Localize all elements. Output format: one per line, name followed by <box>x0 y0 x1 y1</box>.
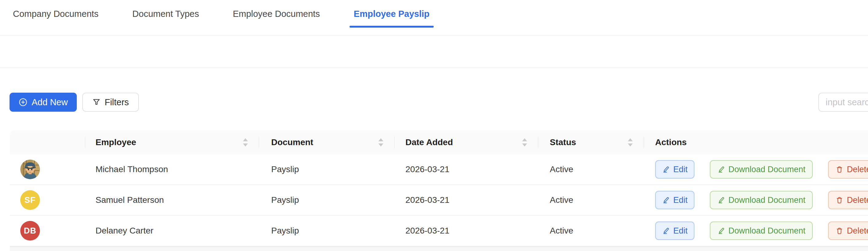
download-label: Download Document <box>728 165 806 174</box>
header-label: Actions <box>655 138 687 147</box>
table-row: SF Samuel Patterson Payslip 2026-03-21 A… <box>10 185 868 216</box>
header-cell-date-added[interactable]: Date Added <box>395 131 538 154</box>
edit-pen-icon <box>662 166 670 173</box>
delete-button[interactable]: Delete <box>828 221 868 240</box>
header-label: Document <box>271 138 313 147</box>
document-type: Payslip <box>259 226 395 236</box>
employee-avatar-initials: SF <box>20 190 40 210</box>
edit-label: Edit <box>673 226 688 236</box>
next-row-peek <box>10 246 868 251</box>
tab-document-types[interactable]: Document Types <box>128 0 203 28</box>
download-label: Download Document <box>728 226 806 236</box>
delete-label: Delete <box>847 165 868 174</box>
date-added: 2026-03-21 <box>395 165 538 174</box>
trash-icon <box>835 227 843 235</box>
edit-button[interactable]: Edit <box>655 221 694 240</box>
tab-label: Employee Payslip <box>354 9 430 19</box>
filter-funnel-icon <box>92 98 101 106</box>
date-added: 2026-03-21 <box>395 195 538 205</box>
delete-button[interactable]: Delete <box>828 191 868 209</box>
header-label: Date Added <box>405 138 453 147</box>
trash-icon <box>835 196 843 204</box>
download-document-button[interactable]: Download Document <box>710 191 813 209</box>
date-added: 2026-03-21 <box>395 226 538 236</box>
document-type: Payslip <box>259 165 395 174</box>
status-text: Active <box>538 165 644 174</box>
edit-pen-icon <box>662 196 670 204</box>
download-pen-icon <box>717 196 725 204</box>
header-label: Status <box>550 138 576 147</box>
tab-bar: Company Documents Document Types Employe… <box>0 0 868 36</box>
section-divider <box>0 36 868 68</box>
table-row: Michael Thompson Payslip 2026-03-21 Acti… <box>10 154 868 185</box>
plus-circle-icon <box>19 98 28 107</box>
tab-employee-payslip[interactable]: Employee Payslip <box>349 0 434 28</box>
tab-label: Employee Documents <box>233 9 320 19</box>
edit-pen-icon <box>662 227 670 235</box>
download-pen-icon <box>717 166 725 173</box>
tab-company-documents[interactable]: Company Documents <box>9 0 103 28</box>
header-cell-avatar <box>10 131 85 154</box>
payslip-table: Employee Document Date Added <box>10 131 868 246</box>
employee-avatar-initials: DB <box>20 221 40 241</box>
table-header-row: Employee Document Date Added <box>10 131 868 154</box>
edit-button[interactable]: Edit <box>655 191 694 209</box>
edit-label: Edit <box>673 165 688 174</box>
employee-name: Samuel Patterson <box>85 195 259 205</box>
page: Company Documents Document Types Employe… <box>0 0 868 251</box>
filters-label: Filters <box>105 97 129 107</box>
header-cell-status[interactable]: Status <box>538 131 644 154</box>
add-new-button[interactable]: Add New <box>9 93 77 112</box>
tab-label: Document Types <box>132 9 199 19</box>
employee-name: Michael Thompson <box>85 165 259 174</box>
trash-icon <box>835 166 843 173</box>
search-input[interactable] <box>818 93 868 112</box>
header-cell-actions: Actions <box>644 131 868 154</box>
tab-employee-documents[interactable]: Employee Documents <box>228 0 324 28</box>
download-document-button[interactable]: Download Document <box>710 160 813 179</box>
download-pen-icon <box>717 227 725 235</box>
toolbar: Add New Filters <box>0 93 868 112</box>
table-row: DB Delaney Carter Payslip 2026-03-21 Act… <box>10 216 868 246</box>
download-label: Download Document <box>728 195 806 205</box>
header-label: Employee <box>95 138 136 147</box>
document-type: Payslip <box>259 195 395 205</box>
filters-button[interactable]: Filters <box>82 93 139 112</box>
delete-label: Delete <box>847 195 868 205</box>
add-new-label: Add New <box>32 97 68 107</box>
employee-avatar-photo <box>20 159 40 179</box>
edit-label: Edit <box>673 195 688 205</box>
sort-icon[interactable] <box>522 138 527 147</box>
status-text: Active <box>538 226 644 236</box>
tab-label: Company Documents <box>13 9 99 19</box>
sort-icon[interactable] <box>243 138 248 147</box>
sort-icon[interactable] <box>378 138 384 147</box>
download-document-button[interactable]: Download Document <box>710 221 813 240</box>
status-text: Active <box>538 195 644 205</box>
edit-button[interactable]: Edit <box>655 160 694 179</box>
sort-icon[interactable] <box>627 138 633 147</box>
employee-name: Delaney Carter <box>85 226 259 236</box>
delete-button[interactable]: Delete <box>828 160 868 179</box>
header-cell-employee[interactable]: Employee <box>85 131 259 154</box>
tabs-nav: Company Documents Document Types Employe… <box>0 0 868 28</box>
delete-label: Delete <box>847 226 868 236</box>
header-cell-document[interactable]: Document <box>259 131 395 154</box>
